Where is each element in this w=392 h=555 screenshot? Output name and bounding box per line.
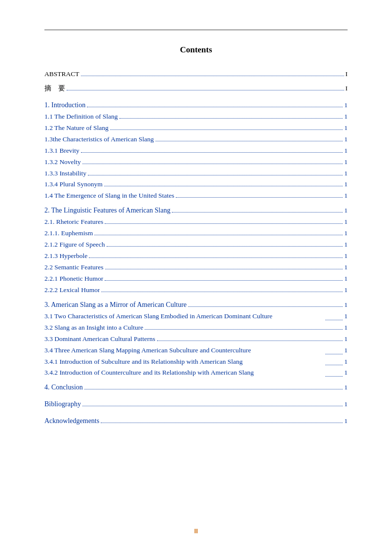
toc-text: 3.4 Three American Slang Mapping America… <box>44 345 324 356</box>
toc-text: 2. The Linguistic Features of American S… <box>44 205 170 216</box>
toc-text: 3.1 Two Characteristics of American Slan… <box>44 311 324 322</box>
page-title: Contents <box>44 45 348 55</box>
toc-text: 2.1.3 Hyperbole <box>44 251 87 262</box>
toc-dots <box>81 76 344 76</box>
toc-dots <box>325 354 343 354</box>
toc-text: Acknowledgements <box>44 415 99 427</box>
toc-text: 4. Conclusion <box>44 382 83 393</box>
toc-entry-1-3-2: 1.3.2 Novelty 1 <box>44 157 348 168</box>
toc-dots <box>81 152 343 153</box>
toc-page: 1 <box>344 123 348 134</box>
toc-text: 2.1. Rhetoric Features <box>44 216 103 228</box>
toc-text: 3.3 Dominant American Cultural Patterns <box>44 334 156 345</box>
toc-page: 1 <box>344 345 348 356</box>
toc-dots <box>89 257 343 258</box>
toc-page: 1 <box>344 134 348 145</box>
toc-dots <box>325 320 343 320</box>
toc-dots <box>176 197 343 198</box>
toc-page: 1 <box>344 100 348 111</box>
toc-page: 1 <box>344 356 348 368</box>
toc-dots <box>84 389 343 389</box>
toc-entry-1-3: 1.3the Characteristics of American Slang… <box>44 134 348 145</box>
page-footer: Ⅲ <box>0 528 392 535</box>
top-border <box>44 30 348 30</box>
toc-page: 1 <box>344 216 348 228</box>
toc-entry-1-3-1: 1.3.1 Brevity 1 <box>44 145 348 157</box>
toc-dots <box>188 306 343 307</box>
toc-page: 1 <box>344 273 348 285</box>
toc-text: 2.1.1. Euphemism <box>44 228 93 239</box>
toc-entry-1-3-3: 1.3.3 Instability 1 <box>44 168 348 179</box>
toc-entry-intro: 1. Introduction 1 <box>44 99 348 111</box>
toc-dots <box>157 341 343 341</box>
toc-dots <box>172 212 343 213</box>
toc-entry-abstract: ABSTRACT I <box>44 69 348 80</box>
toc-page: 1 <box>344 382 348 393</box>
toc-dots <box>82 164 343 164</box>
toc-page: 1 <box>344 168 348 179</box>
toc-page: 1 <box>344 416 348 427</box>
toc-page: I <box>346 69 348 80</box>
footer-page-number: Ⅲ <box>194 528 198 535</box>
toc-dots <box>94 235 343 235</box>
toc-page: 1 <box>344 367 348 379</box>
toc-page: 1 <box>344 262 348 273</box>
toc-dots <box>105 269 343 269</box>
toc-entry-1-4: 1.4 The Emergence of Slang in the United… <box>44 190 348 202</box>
toc-page: 1 <box>344 157 348 168</box>
toc-entry-ch2: 2. The Linguistic Features of American S… <box>44 205 348 216</box>
toc-entry-2-2: 2.2 Semantic Features 1 <box>44 262 348 273</box>
toc-entry-2-1-3: 2.1.3 Hyperbole 1 <box>44 251 348 262</box>
toc-dots <box>67 90 344 90</box>
toc-dots <box>107 246 343 247</box>
toc-text: 摘 要 <box>44 83 65 94</box>
toc-text: 2.2.1 Phonetic Humor <box>44 273 103 285</box>
toc-entry-2-1: 2.1. Rhetoric Features 1 <box>44 216 348 228</box>
toc-entry-bibliography: Bibliography 1 <box>44 398 348 410</box>
toc-dots <box>325 365 343 365</box>
toc-text: 3. American Slang as a Mirror of America… <box>44 299 187 311</box>
toc-text: 1.2 The Nature of Slang <box>44 123 109 134</box>
toc-page: 1 <box>344 205 348 216</box>
toc-dots <box>101 292 343 292</box>
toc-entry-1-3-4: 1.3.4 Plural Synonym 1 <box>44 179 348 190</box>
toc-page: 1 <box>344 299 348 311</box>
toc-dots <box>325 376 343 377</box>
toc-entry-zhaiyao: 摘 要 I <box>44 83 348 94</box>
toc-text: 1.3.4 Plural Synonym <box>44 179 103 190</box>
toc-text: 1.4 The Emergence of Slang in the United… <box>44 190 174 202</box>
toc-text: 3.4.1 Introduction of Subculture and its… <box>44 356 324 368</box>
toc-entry-acknowledgements: Acknowledgements 1 <box>44 415 348 427</box>
toc-entry-3-4: 3.4 Three American Slang Mapping America… <box>44 345 348 356</box>
toc-entry-conclusion: 4. Conclusion 1 <box>44 382 348 393</box>
toc-dots <box>145 329 343 330</box>
toc-text: 1.3.3 Instability <box>44 168 86 179</box>
toc-page: 1 <box>344 285 348 296</box>
toc-text: ABSTRACT <box>44 69 79 80</box>
toc-dots <box>119 118 343 119</box>
toc-dots <box>88 175 343 175</box>
toc-page: 1 <box>344 145 348 157</box>
page: Contents ABSTRACT I 摘 要 I 1. Introductio… <box>0 0 392 555</box>
toc-text: Bibliography <box>44 398 81 410</box>
toc-dots <box>156 141 343 141</box>
toc-entry-ch3: 3. American Slang as a Mirror of America… <box>44 299 348 311</box>
toc-text: 1. Introduction <box>44 99 85 111</box>
toc-entry-1-1: 1.1 The Definition of Slang 1 <box>44 111 348 123</box>
toc-entry-2-2-2: 2.2.2 Lexical Humor 1 <box>44 285 348 296</box>
toc-page: 1 <box>344 179 348 190</box>
toc-dots <box>105 280 343 281</box>
toc-page: 1 <box>344 228 348 239</box>
toc-page: 1 <box>344 239 348 251</box>
toc-entry-2-1-2: 2.1.2 Figure of Speech 1 <box>44 239 348 251</box>
toc-entry-3-4-2: 3.4.2 Introduction of Counterculture and… <box>44 367 348 379</box>
toc-page: 1 <box>344 399 348 410</box>
toc-entry-3-1: 3.1 Two Characteristics of American Slan… <box>44 311 348 322</box>
toc-page: 1 <box>344 111 348 123</box>
toc-text: 1.1 The Definition of Slang <box>44 111 118 123</box>
toc-entry-2-2-1: 2.2.1 Phonetic Humor 1 <box>44 273 348 285</box>
toc-text: 3.2 Slang as an Insight into a Culture <box>44 322 143 334</box>
toc-page: 1 <box>344 311 348 322</box>
toc-text: 1.3the Characteristics of American Slang <box>44 134 154 145</box>
toc-dots <box>110 129 343 130</box>
